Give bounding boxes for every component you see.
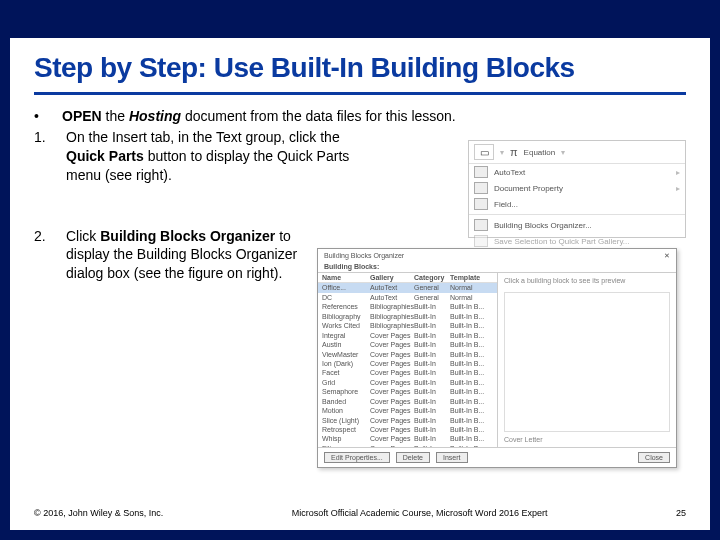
building-blocks-organizer-dialog: Building Blocks Organizer ✕ Building Blo… (317, 248, 677, 468)
equation-label: Equation (524, 148, 556, 157)
footer-copyright: © 2016, John Wiley & Sons, Inc. (34, 508, 163, 518)
pi-icon: π (510, 146, 518, 158)
docprop-icon (474, 182, 488, 194)
menu-item-docprop[interactable]: Document Property▸ (469, 180, 685, 196)
dialog-body: NameGalleryCategoryTemplateOffice...Auto… (318, 272, 676, 447)
menu-label: Field... (494, 200, 518, 209)
slide-footer: © 2016, John Wiley & Sons, Inc. Microsof… (34, 508, 686, 518)
table-row[interactable]: ViewMasterCover PagesBuilt-InBuilt-In B.… (318, 350, 497, 359)
dialog-preview: Click a building block to see its previe… (498, 273, 676, 447)
save-icon (474, 235, 488, 247)
table-row[interactable]: WhispCover PagesBuilt-InBuilt-In B... (318, 434, 497, 443)
bbo-icon (474, 219, 488, 231)
table-row[interactable]: Office...AutoTextGeneralNormal (318, 283, 497, 292)
dialog-footer: Edit Properties... Delete Insert Close (318, 447, 676, 467)
footer-course: Microsoft Official Academic Course, Micr… (292, 508, 548, 518)
preview-box (504, 292, 670, 432)
slide-content: Step by Step: Use Built-In Building Bloc… (10, 38, 710, 530)
close-button[interactable]: Close (638, 452, 670, 463)
table-row[interactable]: BibliographyBibliographiesBuilt-InBuilt-… (318, 312, 497, 321)
dialog-subtitle: Building Blocks: (318, 263, 676, 272)
step-1-bold: Quick Parts (66, 148, 144, 164)
slide-number: 25 (676, 508, 686, 518)
open-word: OPEN (62, 108, 102, 124)
list-header: NameGalleryCategoryTemplate (318, 273, 497, 283)
dialog-list[interactable]: NameGalleryCategoryTemplateOffice...Auto… (318, 273, 498, 447)
menu-label: Building Blocks Organizer... (494, 221, 592, 230)
bullet-open: OPEN the Hosting document from the data … (34, 107, 686, 126)
step-2-text: Click Building Blocks Organizer to displ… (62, 227, 312, 284)
step-2-bold: Building Blocks Organizer (100, 228, 275, 244)
field-icon (474, 198, 488, 210)
table-row[interactable]: GridCover PagesBuilt-InBuilt-In B... (318, 378, 497, 387)
menu-label: Save Selection to Quick Part Gallery... (494, 237, 629, 246)
table-row[interactable]: IntegralCover PagesBuilt-InBuilt-In B... (318, 331, 497, 340)
bullet-text: OPEN the Hosting document from the data … (62, 107, 686, 126)
step-1-text: On the Insert tab, in the Text group, cl… (62, 128, 372, 185)
menu-item-save[interactable]: Save Selection to Quick Part Gallery... (469, 233, 685, 249)
step-1-pre: On the Insert tab, in the Text group, cl… (66, 129, 340, 145)
bullet-marker (34, 107, 62, 126)
preview-hint: Click a building block to see its previe… (504, 277, 625, 284)
menu-label: AutoText (494, 168, 525, 177)
bullet-post: document from the data files for this le… (185, 108, 456, 124)
quick-parts-menu: ▭ ▾ π Equation ▾ AutoText▸ Document Prop… (468, 140, 686, 238)
table-row[interactable]: RetrospectCover PagesBuilt-InBuilt-In B.… (318, 425, 497, 434)
table-row[interactable]: DCAutoTextGeneralNormal (318, 293, 497, 302)
title-underline (34, 92, 686, 95)
table-row[interactable]: Slice (Light)Cover PagesBuilt-InBuilt-In… (318, 416, 497, 425)
preview-caption: Cover Letter (504, 436, 670, 443)
menu-separator (469, 214, 685, 215)
table-row[interactable]: FacetCover PagesBuilt-InBuilt-In B... (318, 368, 497, 377)
autotext-icon (474, 166, 488, 178)
menu-item-autotext[interactable]: AutoText▸ (469, 164, 685, 180)
table-row[interactable]: ReferencesBibliographiesBuilt-InBuilt-In… (318, 302, 497, 311)
table-row[interactable]: BandedCover PagesBuilt-InBuilt-In B... (318, 397, 497, 406)
step-1-num: 1. (34, 128, 62, 185)
menu-item-field[interactable]: Field... (469, 196, 685, 212)
edit-properties-button[interactable]: Edit Properties... (324, 452, 390, 463)
step-2-pre: Click (66, 228, 96, 244)
table-row[interactable]: Works CitedBibliographiesBuilt-InBuilt-I… (318, 321, 497, 330)
insert-button[interactable]: Insert (436, 452, 468, 463)
menu-label: Document Property (494, 184, 563, 193)
dialog-title: Building Blocks Organizer (324, 252, 404, 260)
table-row[interactable]: Ion (Dark)Cover PagesBuilt-InBuilt-In B.… (318, 359, 497, 368)
dialog-titlebar: Building Blocks Organizer ✕ (318, 249, 676, 263)
menu-header: ▭ ▾ π Equation ▾ (469, 141, 685, 164)
table-row[interactable]: AustinCover PagesBuilt-InBuilt-In B... (318, 340, 497, 349)
slide-title: Step by Step: Use Built-In Building Bloc… (34, 52, 686, 90)
step-2-num: 2. (34, 227, 62, 284)
table-row[interactable]: SemaphoreCover PagesBuilt-InBuilt-In B..… (318, 387, 497, 396)
delete-button[interactable]: Delete (396, 452, 430, 463)
quickparts-glyph-icon: ▭ (474, 144, 494, 160)
menu-item-bbo[interactable]: Building Blocks Organizer... (469, 217, 685, 233)
close-icon[interactable]: ✕ (664, 252, 670, 260)
hosting-word: Hosting (129, 108, 181, 124)
table-row[interactable]: MotionCover PagesBuilt-InBuilt-In B... (318, 406, 497, 415)
